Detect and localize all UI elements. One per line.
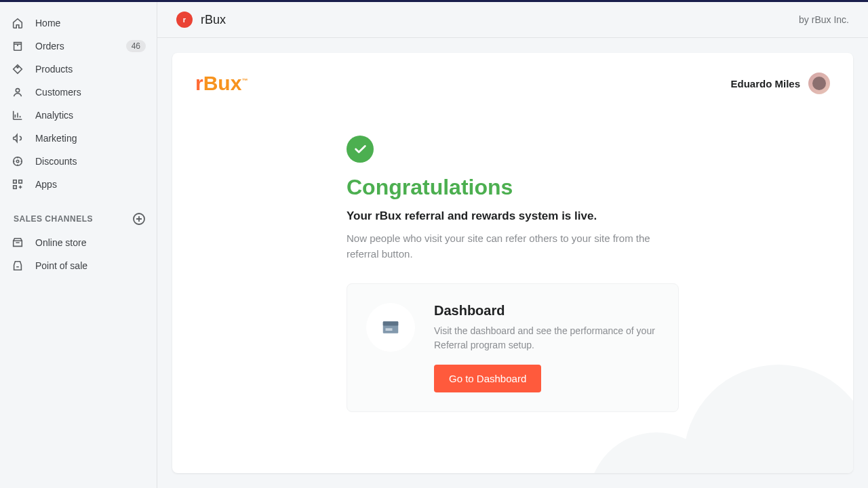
svg-rect-3 xyxy=(14,180,17,184)
main-area: r rBux by rBux Inc. rBux™ Eduardo Miles xyxy=(157,2,868,488)
channel-online-store[interactable]: Online store xyxy=(0,231,157,254)
sidebar-item-marketing[interactable]: Marketing xyxy=(0,127,157,150)
apps-icon xyxy=(11,178,24,191)
orders-icon xyxy=(11,39,24,53)
tag-icon xyxy=(11,62,24,76)
main-card: rBux™ Eduardo Miles Congratulations Your… xyxy=(172,53,853,473)
publisher-label: by rBux Inc. xyxy=(799,14,849,25)
cloud-decoration xyxy=(575,365,853,473)
add-channel-button[interactable] xyxy=(132,212,146,226)
pos-icon xyxy=(11,259,24,272)
app-root: Home Orders 46 Products Customers Anal xyxy=(0,2,868,488)
sidebar-item-products[interactable]: Products xyxy=(0,58,157,81)
sidebar-item-label: Analytics xyxy=(35,110,73,121)
svg-rect-8 xyxy=(383,321,399,325)
sidebar-item-home[interactable]: Home xyxy=(0,12,157,35)
content-area: rBux™ Eduardo Miles Congratulations Your… xyxy=(157,38,868,488)
sidebar-item-analytics[interactable]: Analytics xyxy=(0,104,157,127)
app-icon: r xyxy=(176,12,193,28)
sidebar-item-orders[interactable]: Orders 46 xyxy=(0,35,157,58)
app-title: rBux xyxy=(201,13,226,27)
svg-point-0 xyxy=(16,89,19,92)
sidebar-item-label: Home xyxy=(35,18,60,28)
dashboard-title: Dashboard xyxy=(434,303,659,319)
svg-rect-4 xyxy=(19,180,22,184)
user-icon xyxy=(11,85,24,99)
svg-point-1 xyxy=(14,157,22,166)
user-menu[interactable]: Eduardo Miles xyxy=(730,73,830,94)
go-to-dashboard-button[interactable]: Go to Dashboard xyxy=(434,365,541,392)
dashboard-description: Visit the dashboard and see the performa… xyxy=(434,324,659,352)
discount-icon xyxy=(11,155,24,168)
sidebar-item-discounts[interactable]: Discounts xyxy=(0,150,157,173)
topbar-left: r rBux xyxy=(176,12,226,28)
megaphone-icon xyxy=(11,131,24,145)
sidebar-item-apps[interactable]: Apps xyxy=(0,173,157,196)
sidebar-item-label: Products xyxy=(35,64,73,75)
rbux-logo: rBux™ xyxy=(195,72,248,95)
sidebar-item-customers[interactable]: Customers xyxy=(0,81,157,104)
channel-label: Point of sale xyxy=(35,260,87,271)
user-name: Eduardo Miles xyxy=(730,78,800,89)
sidebar-item-label: Discounts xyxy=(35,156,77,167)
sidebar-item-label: Customers xyxy=(35,87,81,98)
topbar: r rBux by rBux Inc. xyxy=(157,2,868,38)
congrats-title: Congratulations xyxy=(347,175,679,200)
congrats-subtitle: Your rBux referral and rewards system is… xyxy=(347,209,679,223)
dashboard-icon xyxy=(380,317,401,338)
home-icon xyxy=(11,16,24,30)
orders-badge: 46 xyxy=(126,40,146,52)
chart-icon xyxy=(11,108,24,122)
sidebar: Home Orders 46 Products Customers Anal xyxy=(0,2,157,488)
section-label: SALES CHANNELS xyxy=(14,214,93,224)
dashboard-icon-wrap xyxy=(366,303,415,352)
sidebar-item-label: Marketing xyxy=(35,133,77,144)
svg-point-2 xyxy=(16,160,19,163)
card-header: rBux™ Eduardo Miles xyxy=(195,72,830,95)
svg-rect-9 xyxy=(386,328,393,331)
avatar xyxy=(808,73,830,94)
channel-pos[interactable]: Point of sale xyxy=(0,254,157,277)
channel-label: Online store xyxy=(35,237,86,248)
sidebar-item-label: Apps xyxy=(35,179,57,190)
store-icon xyxy=(11,236,24,249)
svg-rect-5 xyxy=(14,186,17,189)
check-circle-icon xyxy=(347,136,374,163)
sales-channels-header: SALES CHANNELS xyxy=(0,196,157,231)
congrats-description: Now people who visit your site can refer… xyxy=(347,231,679,262)
sidebar-item-label: Orders xyxy=(35,41,64,52)
